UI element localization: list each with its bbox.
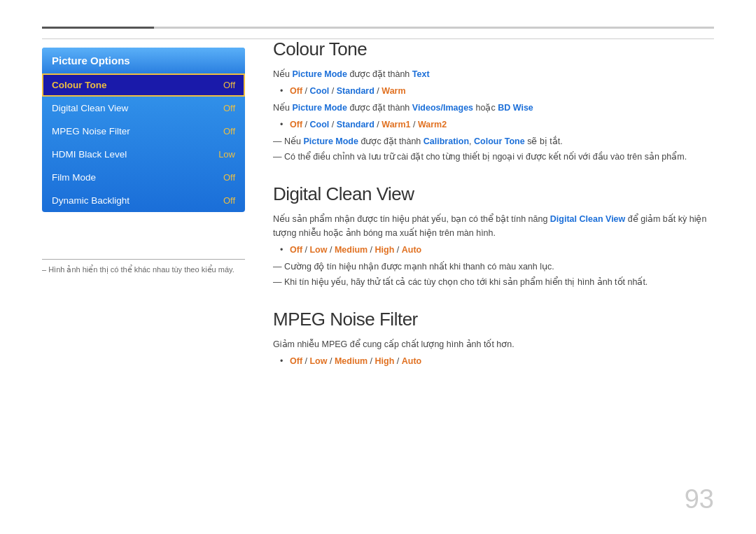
top-bar-dark <box>42 27 154 29</box>
highlight-dcv: Digital Clean View <box>550 214 625 224</box>
sidebar-item-label: Digital Clean View <box>52 103 128 113</box>
highlight-warm1: Warm1 <box>382 120 410 129</box>
sidebar-item-value: Low <box>218 149 235 160</box>
digital-clean-view-title: Digital Clean View <box>273 183 714 205</box>
highlight-high2: High <box>375 356 395 366</box>
mpeg-noise-filter-body: Giảm nhiễu MPEG để cung cấp chất lượng h… <box>273 337 714 368</box>
highlight-bd-wise: BD Wise <box>498 103 533 113</box>
dcv-dashes: Cường độ tín hiệu nhận được mạnh nhất kh… <box>273 260 714 289</box>
colour-tone-para2: Nếu Picture Mode được đặt thành Videos/I… <box>273 101 714 115</box>
highlight-auto: Auto <box>402 245 421 255</box>
highlight-cool2: Cool <box>309 120 329 129</box>
sidebar-item-value: Off <box>223 195 235 206</box>
highlight-auto2: Auto <box>402 356 421 366</box>
highlight-off2: Off <box>290 120 302 129</box>
highlight-standard: Standard <box>337 86 374 96</box>
dash-item3: Cường độ tín hiệu nhận được mạnh nhất kh… <box>273 260 714 274</box>
highlight-colour-tone: Colour Tone <box>474 136 525 146</box>
highlight-warm: Warm <box>382 86 405 96</box>
highlight-videos-images: Videos/Images <box>412 103 473 113</box>
colour-tone-dashes: Nếu Picture Mode được đặt thành Calibrat… <box>273 134 714 164</box>
bullet-item: Off / Cool / Standard / Warm <box>280 84 714 98</box>
dcv-intro: Nếu sản phẩm nhận được tín hiệu phát yếu… <box>273 212 714 240</box>
highlight-off4: Off <box>290 356 302 366</box>
highlight-standard2: Standard <box>337 120 374 129</box>
sidebar-item-label: Dynamic Backlight <box>52 195 130 206</box>
section-digital-clean-view: Digital Clean View Nếu sản phẩm nhận đượ… <box>273 183 714 289</box>
sidebar-item-digital-clean-view[interactable]: Digital Clean View Off <box>42 97 245 120</box>
sidebar: Picture Options Colour Tone Off Digital … <box>42 48 245 212</box>
highlight-off3: Off <box>290 245 302 255</box>
highlight-medium2: Medium <box>335 356 368 366</box>
highlight-high: High <box>375 245 395 255</box>
highlight-picture-mode3: Picture Mode <box>303 136 358 146</box>
sidebar-item-value: Off <box>223 80 235 90</box>
section-colour-tone: Colour Tone Nếu Picture Mode được đặt th… <box>273 38 714 164</box>
sidebar-note-text: – Hình ảnh hiển thị có thể khác nhau tùy… <box>42 265 245 274</box>
highlight-text: Text <box>412 69 430 79</box>
sidebar-title: Picture Options <box>42 48 245 73</box>
page-number: 93 <box>685 484 714 514</box>
colour-tone-bullets2: Off / Cool / Standard / Warm1 / Warm2 <box>280 118 714 132</box>
dash-item4: Khi tín hiệu yếu, hãy thử tất cả các tùy… <box>273 275 714 289</box>
highlight-low2: Low <box>309 356 327 366</box>
dash-item2: Có thể điều chỉnh và lưu trữ cài đặt cho… <box>273 150 714 164</box>
highlight-cool: Cool <box>309 86 329 96</box>
sidebar-item-film-mode[interactable]: Film Mode Off <box>42 166 245 189</box>
highlight-low: Low <box>309 245 327 255</box>
section-mpeg-noise-filter: MPEG Noise Filter Giảm nhiễu MPEG để cun… <box>273 309 714 368</box>
mpeg-intro: Giảm nhiễu MPEG để cung cấp chất lượng h… <box>273 337 714 351</box>
bullet-item: Off / Low / Medium / High / Auto <box>280 354 714 368</box>
sidebar-note: – Hình ảnh hiển thị có thể khác nhau tùy… <box>42 259 245 274</box>
sidebar-item-label: Colour Tone <box>52 80 107 90</box>
dash-item: Nếu Picture Mode được đặt thành Calibrat… <box>273 134 714 148</box>
bullet-item: Off / Low / Medium / High / Auto <box>280 243 714 257</box>
highlight-picture-mode2: Picture Mode <box>292 103 347 113</box>
mpeg-bullets: Off / Low / Medium / High / Auto <box>280 354 714 368</box>
sidebar-item-label: Film Mode <box>52 172 96 183</box>
sidebar-item-mpeg-noise-filter[interactable]: MPEG Noise Filter Off <box>42 120 245 143</box>
sidebar-item-label: MPEG Noise Filter <box>52 126 130 136</box>
sidebar-item-value: Off <box>223 103 235 113</box>
sidebar-item-colour-tone[interactable]: Colour Tone Off <box>42 73 245 97</box>
highlight-medium: Medium <box>335 245 368 255</box>
highlight-warm2: Warm2 <box>418 120 447 129</box>
highlight-off: Off <box>290 86 302 96</box>
highlight-calibration: Calibration <box>424 136 469 146</box>
sidebar-item-value: Off <box>223 126 235 136</box>
sidebar-item-label: HDMI Black Level <box>52 149 127 160</box>
colour-tone-title: Colour Tone <box>273 38 714 60</box>
top-bar <box>42 27 714 29</box>
sidebar-item-value: Off <box>223 172 235 183</box>
colour-tone-para1: Nếu Picture Mode được đặt thành Text <box>273 67 714 81</box>
dcv-bullets: Off / Low / Medium / High / Auto <box>280 243 714 257</box>
bullet-item: Off / Cool / Standard / Warm1 / Warm2 <box>280 118 714 132</box>
main-content: Colour Tone Nếu Picture Mode được đặt th… <box>273 38 714 492</box>
sidebar-item-hdmi-black-level[interactable]: HDMI Black Level Low <box>42 143 245 166</box>
highlight-picture-mode: Picture Mode <box>292 69 347 79</box>
digital-clean-view-body: Nếu sản phẩm nhận được tín hiệu phát yếu… <box>273 212 714 289</box>
top-bar-light <box>154 27 714 29</box>
colour-tone-body: Nếu Picture Mode được đặt thành Text Off… <box>273 67 714 164</box>
colour-tone-bullets1: Off / Cool / Standard / Warm <box>280 84 714 98</box>
sidebar-item-dynamic-backlight[interactable]: Dynamic Backlight Off <box>42 189 245 212</box>
mpeg-noise-filter-title: MPEG Noise Filter <box>273 309 714 330</box>
